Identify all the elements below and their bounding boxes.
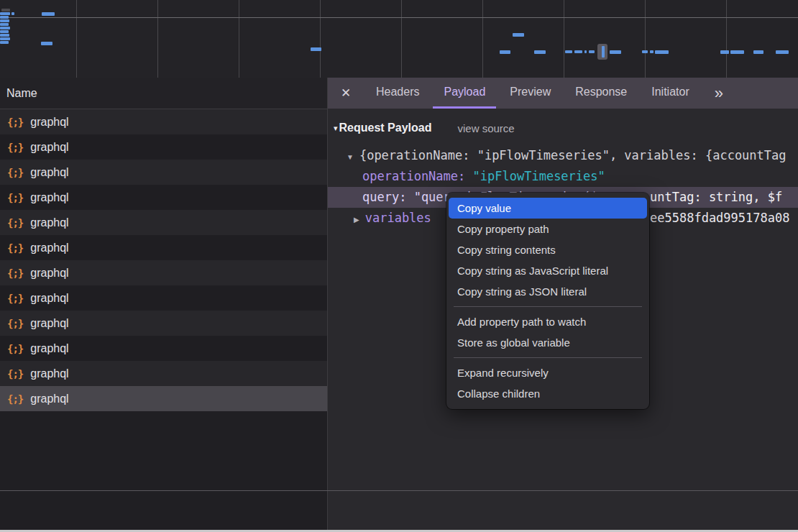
json-file-icon: {;}	[7, 393, 23, 405]
overview-gridline	[157, 0, 158, 78]
table-row[interactable]: {;}graphql	[0, 336, 327, 361]
waterfall-bar	[720, 50, 729, 54]
request-name: graphql	[30, 141, 68, 154]
waterfall-bar	[534, 50, 546, 54]
panel-splitter[interactable]	[327, 78, 328, 532]
request-name: graphql	[30, 292, 68, 305]
json-file-icon: {;}	[7, 318, 23, 329]
json-file-icon: {;}	[7, 242, 23, 254]
waterfall-bar	[12, 12, 14, 15]
waterfall-bar	[513, 33, 524, 37]
table-row[interactable]: {;}graphql	[0, 160, 327, 185]
table-row[interactable]: {;}graphql	[0, 109, 327, 134]
table-row[interactable]: {;}graphql	[0, 210, 327, 235]
overview-gridline	[0, 17, 798, 18]
json-file-icon: {;}	[7, 217, 23, 229]
name-column-header[interactable]: Name	[0, 78, 327, 109]
waterfall-bar	[0, 27, 10, 29]
network-overview[interactable]	[0, 0, 798, 78]
waterfall-bar	[0, 12, 10, 15]
waterfall-bar	[642, 50, 648, 53]
waterfall-bar	[574, 50, 582, 53]
json-file-icon: {;}	[7, 192, 23, 203]
request-name: graphql	[30, 242, 68, 254]
waterfall-bar	[42, 12, 55, 16]
tab-headers[interactable]: Headers	[365, 78, 430, 109]
table-row[interactable]: {;}graphql	[0, 260, 327, 285]
waterfall-bar	[584, 50, 587, 53]
payload-preview-text: {operationName: "ipFlowTimeseries", vari…	[359, 148, 786, 162]
table-row[interactable]: {;}graphql	[0, 185, 327, 210]
more-tabs-icon[interactable]: »	[706, 78, 732, 109]
menu-item-copy-string-contents[interactable]: Copy string contents	[449, 239, 647, 260]
table-row[interactable]: {;}graphql	[0, 361, 327, 386]
overview-gridline	[76, 0, 77, 78]
property-value: "ipFlowTimeseries"	[473, 169, 605, 183]
expanded-triangle-icon[interactable]: ▼	[347, 153, 354, 161]
request-name: graphql	[30, 267, 68, 280]
request-rows: {;}graphql{;}graphql{;}graphql{;}graphql…	[0, 109, 327, 411]
view-source-link[interactable]: view source	[457, 122, 514, 134]
tab-initiator[interactable]: Initiator	[641, 78, 700, 109]
waterfall-bar	[589, 50, 595, 53]
tab-preview[interactable]: Preview	[499, 78, 561, 109]
detail-tab-bar: ✕ HeadersPayloadPreviewResponseInitiator…	[328, 78, 798, 109]
waterfall-bar	[602, 46, 605, 58]
waterfall-bar	[655, 50, 669, 54]
request-name: graphql	[30, 166, 68, 179]
menu-item-store-as-global-variable[interactable]: Store as global variable	[449, 332, 647, 353]
property-key: operationName:	[362, 169, 465, 183]
menu-item-copy-string-as-javascript-literal[interactable]: Copy string as JavaScript literal	[449, 260, 647, 281]
menu-item-copy-property-path[interactable]: Copy property path	[449, 219, 647, 239]
collapsed-triangle-icon[interactable]: ▶	[354, 216, 359, 224]
summary-divider	[0, 490, 798, 491]
variables-text-right: ee5588fdad995178a08	[650, 208, 789, 229]
overview-gridline	[320, 0, 321, 78]
menu-item-collapse-children[interactable]: Collapse children	[449, 383, 647, 404]
json-file-icon: {;}	[7, 167, 23, 178]
waterfall-bar	[0, 19, 9, 22]
overview-gridline	[401, 0, 402, 78]
waterfall-bar	[1, 9, 10, 12]
tab-payload[interactable]: Payload	[433, 78, 496, 109]
waterfall-bar	[500, 50, 510, 54]
request-name: graphql	[30, 216, 68, 229]
table-row[interactable]: {;}graphql	[0, 311, 327, 336]
menu-item-copy-string-as-json-literal[interactable]: Copy string as JSON literal	[449, 281, 647, 302]
json-file-icon: {;}	[7, 368, 23, 380]
overview-gridline	[482, 0, 483, 78]
table-row[interactable]: {;}graphql	[0, 386, 327, 411]
waterfall-bar	[0, 16, 9, 19]
overview-gridline	[564, 0, 564, 78]
collapse-triangle-icon: ▾	[334, 124, 338, 133]
table-row[interactable]: {;}graphql	[0, 134, 327, 160]
waterfall-bar	[0, 23, 9, 26]
waterfall-bar	[753, 50, 763, 54]
request-name: graphql	[30, 342, 68, 355]
request-name: graphql	[30, 116, 68, 129]
menu-separator	[454, 306, 642, 307]
waterfall-bar	[311, 47, 321, 51]
context-menu: Copy valueCopy property pathCopy string …	[446, 193, 649, 409]
json-file-icon: {;}	[7, 343, 23, 354]
menu-item-add-property-path-to-watch[interactable]: Add property path to watch	[449, 311, 647, 332]
waterfall-bar	[565, 50, 572, 53]
tab-response[interactable]: Response	[564, 78, 638, 109]
operation-name-row[interactable]: operationName: "ipFlowTimeseries"	[328, 166, 798, 187]
waterfall-bar	[41, 42, 52, 45]
payload-root-row[interactable]: ▼{operationName: "ipFlowTimeseries", var…	[328, 145, 798, 166]
request-name: graphql	[30, 367, 68, 380]
menu-item-expand-recursively[interactable]: Expand recursively	[449, 362, 647, 383]
waterfall-bar	[730, 50, 744, 54]
request-name: graphql	[30, 393, 68, 405]
table-row[interactable]: {;}graphql	[0, 285, 327, 311]
waterfall-bar	[776, 50, 789, 54]
table-row[interactable]: {;}graphql	[0, 235, 327, 260]
devtools-window: Name {;}graphql{;}graphql{;}graphql{;}gr…	[0, 0, 798, 532]
request-payload-section-header[interactable]: ▾ Request Payload view source	[328, 118, 798, 138]
menu-item-copy-value[interactable]: Copy value	[449, 198, 647, 219]
json-file-icon: {;}	[7, 293, 23, 304]
request-name: graphql	[30, 317, 68, 330]
waterfall-bar	[610, 50, 621, 54]
close-icon[interactable]: ✕	[328, 78, 364, 109]
